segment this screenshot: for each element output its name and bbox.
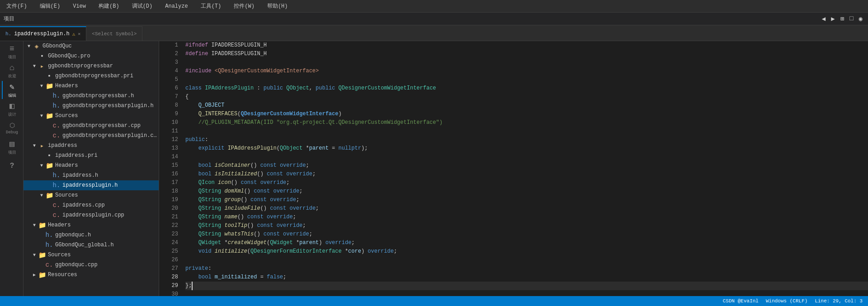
target-icon[interactable]: ◉ [857,14,864,24]
tree-folder-sources-2[interactable]: ▼ 📁 Sources [24,190,159,200]
ln-2: 2 [159,50,178,58]
tree-file-ipaddressplugin-h[interactable]: h. ipaddressplugin.h [24,180,159,190]
tree-project-name: GGbondQuc [42,43,72,49]
edit-icon: ✎ [9,82,14,92]
grid-icon[interactable]: ⊞ [839,14,846,24]
tree-folder-headers-top[interactable]: ▼ 📁 Headers [24,220,159,230]
tab-close-icon[interactable]: ✕ [78,31,80,37]
tab-ipaddressplugin[interactable]: h. ipaddressplugin.h ⚠ ✕ [0,26,86,41]
ln-22: 22 [159,221,178,230]
code-content[interactable]: #ifndef IPADDRESSPLUGIN_H #define IPADDR… [182,41,868,296]
tree-file-ggbondbtnprogressbarplugin-cpp[interactable]: c. ggbondbtnprogressbarplugin.cpp [24,131,159,141]
tree-filename: ipaddressplugin.cpp [62,212,124,218]
tree-file-ggbondbtnprogressbarplugin-h[interactable]: h. ggbondbtnprogressbarplugin.h [24,101,159,111]
code-editor[interactable]: 1 2 3 4 5 6 7 8 9 10 11 12 13 14 15 16 1… [159,41,868,296]
tree-arrow: ▼ [31,143,38,148]
sidebar-item-projects2[interactable]: ▤ 项目 [2,138,22,156]
tree-folder-sources-1[interactable]: ▼ 📁 Sources [24,111,159,121]
menu-build[interactable]: 构建(B) [96,1,122,11]
h-file-icon: h. [45,241,53,249]
sidebar-item-label-design: 设计 [8,112,16,118]
sidebar-item-welcome[interactable]: ⌂ 欢迎 [2,62,22,80]
code-line-14 [185,153,868,161]
tree-file-ggbondquc-h[interactable]: h. ggbondquc.h [24,230,159,240]
forward-icon[interactable]: ▶ [829,14,836,24]
code-line-19: QString group() const override; [185,196,868,204]
tree-filename: ggbondbtnprogressbarplugin.h [62,103,154,109]
sidebar-item-edit[interactable]: ✎ 编辑 [2,81,22,99]
tree-file-ipaddress-h[interactable]: h. ipaddress.h [24,170,159,180]
ln-17: 17 [159,179,178,187]
tree-file-ggbondbtnprogressbar-cpp[interactable]: c. ggbondbtnprogressbar.cpp [24,121,159,131]
status-position[interactable]: Line: 29, Col: 3 [815,298,863,304]
sidebar-item-label-edit: 编辑 [8,93,16,99]
menu-debug[interactable]: 调试(D) [129,1,156,11]
sidebar-item-debug[interactable]: ⬡ Debug [2,119,22,137]
tree-file-ggbondbtnprogressbar-pri[interactable]: ▪ ggbondbtnprogressbar.pri [24,71,159,81]
tab-select-symbol[interactable]: <Select Symbol> [86,26,142,41]
ln-12: 12 [159,136,178,144]
menu-edit[interactable]: 编辑(E) [37,1,63,11]
menu-help[interactable]: 帮助(H) [264,1,291,11]
spacer [45,123,52,128]
menu-file[interactable]: 文件(F) [4,1,30,11]
ln-11: 11 [159,127,178,136]
menu-analyze[interactable]: Analyze [162,2,190,10]
tree-file-ipaddressplugin-cpp[interactable]: c. ipaddressplugin.cpp [24,210,159,220]
folder-icon: 📁 [38,221,46,229]
tree-file-ggbondquc-pro[interactable]: ▪ GGbondQuc.pro [24,51,159,61]
help-icon: ? [10,162,14,170]
main-content: ≡ 项目 ⌂ 欢迎 ✎ 编辑 ◧ 设计 ⬡ Debug ▤ 项目 ? ▼ [0,41,868,296]
ln-9: 9 [159,110,178,118]
tab-file-icon: h. [5,31,11,37]
h-file-icon: h. [52,182,61,189]
status-encoding[interactable]: Windows (CRLF) [766,298,807,304]
tree-folder-ggbondbtnprogressbar[interactable]: ▼ ▸ ggbondbtnprogressbar [24,61,159,71]
tree-file-ggbondbtnprogressbar-h[interactable]: h. ggbondbtnprogressbar.h [24,91,159,101]
tree-folder-sources-top[interactable]: ▼ 📁 Sources [24,250,159,260]
tree-arrow: ▼ [38,193,45,198]
cpp-file-icon: c. [45,261,53,268]
tree-file-ggbondquc-global-h[interactable]: h. GGbondQuc_global.h [24,240,159,250]
code-line-9: Q_INTERFACES(QDesignerCustomWidgetInterf… [185,110,868,118]
menu-controls[interactable]: 控件(W) [231,1,257,11]
tree-folder-name: ggbondbtnprogressbar [48,63,113,69]
code-line-28: bool m_initialized = false; [185,273,868,282]
back-icon[interactable]: ◀ [820,14,827,24]
folder-icon: 📁 [45,162,53,169]
sidebar-item-help[interactable]: ? [2,157,22,175]
tree-folder-resources[interactable]: ▶ 📁 Resources [24,270,159,280]
menu-view[interactable]: View [70,2,89,10]
status-right: CSDN @EvaInl Windows (CRLF) Line: 29, Co… [723,298,863,304]
ln-13: 13 [159,144,178,153]
code-line-27: private: [185,264,868,273]
tree-folder-headers-1[interactable]: ▼ 📁 Headers [24,81,159,91]
tree-filename: ggbondbtnprogressbar.pri [55,73,133,79]
spacer [45,183,52,188]
spacer [38,233,45,238]
project-icon: ◈ [33,42,41,50]
tree-arrow: ▼ [38,113,45,118]
tree-folder-headers-2[interactable]: ▼ 📁 Headers [24,160,159,170]
projects2-icon: ▤ [9,139,14,149]
tree-arrow: ▼ [31,253,38,258]
code-line-30 [185,290,868,296]
ln-5: 5 [159,75,178,84]
window-icon[interactable]: □ [848,14,855,24]
ln-18: 18 [159,187,178,196]
tree-project-root[interactable]: ▼ ◈ GGbondQuc [24,41,159,51]
menu-bar: 文件(F) 编辑(E) View 构建(B) 调试(D) Analyze 工具(… [0,0,868,13]
tree-folder-ipaddress[interactable]: ▼ ▸ ipaddress [24,141,159,151]
menu-tools[interactable]: 工具(T) [198,1,224,11]
status-watermark: CSDN @EvaInl [723,298,759,304]
spacer [45,173,52,178]
tree-filename: ipaddress.h [62,172,98,179]
sidebar-item-projects[interactable]: ≡ 项目 [2,43,22,61]
tree-file-ggbondquc-cpp[interactable]: c. ggbondquc.cpp [24,260,159,270]
tree-file-ipaddress-pri[interactable]: ▪ ipaddress.pri [24,151,159,160]
tree-arrow: ▼ [31,223,38,228]
tree-file-ipaddress-cpp[interactable]: c. ipaddress.cpp [24,200,159,210]
sidebar-item-design[interactable]: ◧ 设计 [2,100,22,118]
spacer [38,153,45,158]
tab-bar: h. ipaddressplugin.h ⚠ ✕ <Select Symbol> [0,25,868,41]
